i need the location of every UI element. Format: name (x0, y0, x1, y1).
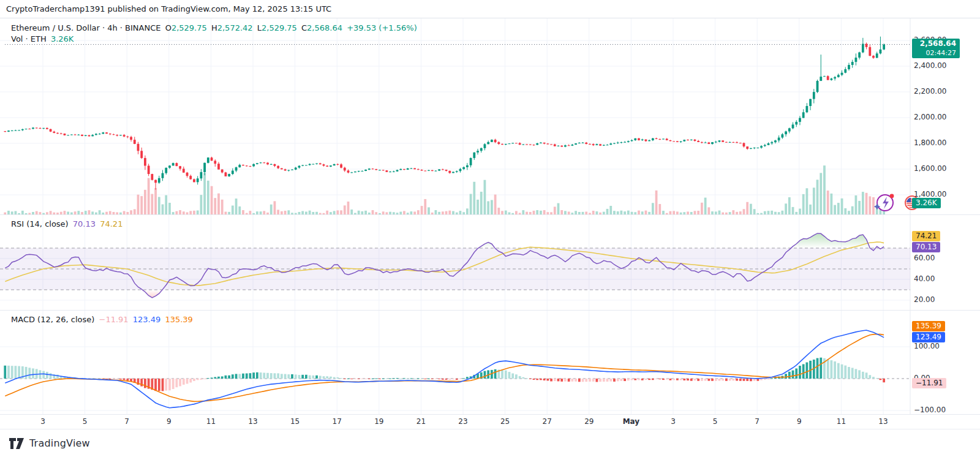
macd-hist-badge: −11.91 (912, 378, 946, 388)
footer: TradingView (0, 429, 980, 457)
time-axis-label: 11 (837, 417, 846, 426)
change-value: +39.53 (+1.56%) (347, 23, 417, 32)
volume-value: 3.26K (51, 34, 74, 43)
time-axis-label: 25 (500, 417, 510, 426)
bar-countdown: 02:44:27 (916, 48, 956, 58)
tradingview-snapshot: CryptoTraderchamp1391 published on Tradi… (0, 0, 980, 457)
price-axis-label: 1,800.00 (914, 138, 946, 147)
time-axis-label: 15 (290, 417, 300, 426)
macd-axis-label: −100.00 (914, 406, 946, 414)
price-axis-label: 2,000.00 (914, 113, 946, 121)
volume-pane (4, 165, 885, 214)
price-axis-label: 2,200.00 (914, 87, 946, 96)
price-axis-label: 2,400.00 (914, 61, 946, 70)
low-value: 2,529.75 (262, 23, 297, 32)
macd-axis-label: 100.00 (914, 342, 940, 350)
time-axis-label: 9 (797, 417, 802, 426)
pane-separator[interactable] (0, 310, 980, 311)
time-axis-label: 5 (83, 417, 88, 426)
macd-signal-value: 135.39 (165, 315, 193, 324)
high-value: 2,572.42 (217, 23, 253, 32)
macd-line-value: 123.49 (133, 315, 161, 324)
time-axis-label: 3 (671, 417, 676, 426)
rsi-ma-badge: 74.21 (912, 231, 940, 241)
rsi-legend[interactable]: RSI (14, close) 70.13 74.21 (11, 219, 124, 228)
time-axis-label: 7 (124, 417, 129, 426)
high-label: H (211, 23, 217, 32)
rsi-title[interactable]: RSI (14, close) (11, 219, 69, 228)
macd-line-badge: 123.49 (912, 332, 945, 342)
time-axis-label: 27 (543, 417, 552, 426)
open-label: O (165, 23, 172, 32)
low-label: L (257, 23, 262, 32)
macd-legend[interactable]: MACD (12, 26, close) −11.91 123.49 135.3… (11, 315, 195, 324)
rsi-badge: 70.13 (912, 242, 940, 252)
macd-histogram (4, 358, 885, 391)
tradingview-logo-icon[interactable] (9, 437, 24, 450)
time-axis-label: 13 (878, 417, 888, 426)
macd-hist-value: −11.91 (99, 315, 128, 324)
event-icon-flash[interactable] (874, 194, 894, 211)
symbol-title[interactable]: Ethereum / U.S. Dollar · 4h · BINANCE (11, 23, 161, 32)
candles (4, 37, 885, 190)
volume-badge: 3.26K (912, 198, 941, 208)
open-value: 2,529.75 (172, 23, 207, 32)
tradingview-brand[interactable]: TradingView (29, 437, 90, 449)
volume-legend[interactable]: Vol · ETH 3.26K (11, 34, 75, 43)
time-axis-label: 7 (755, 417, 760, 426)
rsi-ma-value: 74.21 (100, 219, 123, 228)
time-axis-label: 5 (713, 417, 718, 426)
time-axis-label: 17 (333, 417, 342, 426)
price-axis-label: 1,400.00 (914, 190, 946, 198)
pane-separator[interactable] (0, 214, 980, 215)
symbol-legend[interactable]: Ethereum / U.S. Dollar · 4h · BINANCE O2… (11, 23, 419, 32)
publish-header-text: CryptoTraderchamp1391 published on Tradi… (6, 4, 331, 13)
rsi-axis-label: 60.00 (914, 254, 935, 262)
time-axis-label: 9 (167, 417, 172, 426)
time-axis-label: 13 (248, 417, 257, 426)
publish-header: CryptoTraderchamp1391 published on Tradi… (0, 0, 980, 18)
close-value: 2,568.64 (307, 23, 342, 32)
rsi-value: 70.13 (73, 219, 96, 228)
axis-separator (0, 414, 980, 415)
rsi-axis-label: 40.00 (914, 274, 935, 283)
macd-title[interactable]: MACD (12, 26, close) (11, 315, 94, 324)
last-price-badge: 2,568.64 02:44:27 (912, 39, 960, 58)
macd-signal-badge: 135.39 (912, 321, 945, 331)
last-price-value: 2,568.64 (916, 39, 956, 48)
rsi-axis-label: 20.00 (914, 295, 935, 304)
time-axis-label: 29 (584, 417, 594, 426)
time-axis-label: 11 (206, 417, 216, 426)
close-label: C (301, 23, 307, 32)
price-axis-label: 1,600.00 (914, 164, 946, 173)
time-axis-label: 19 (374, 417, 383, 426)
time-axis-label: May (623, 417, 640, 426)
time-axis-label: 21 (417, 417, 426, 426)
time-axis-label: 3 (40, 417, 45, 426)
time-axis-label: 23 (458, 417, 467, 426)
volume-label[interactable]: Vol · ETH (11, 34, 47, 43)
